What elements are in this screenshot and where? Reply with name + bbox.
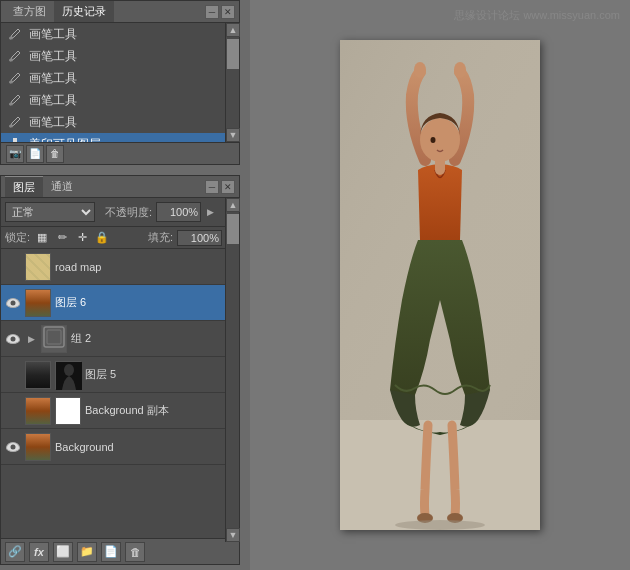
lock-row: 锁定: ▦ ✏ ✛ 🔒 填充: ▶ <box>1 227 239 249</box>
new-group-btn[interactable]: 📁 <box>77 542 97 562</box>
link-layers-btn[interactable]: 🔗 <box>5 542 25 562</box>
history-item-label: 画笔工具 <box>29 92 77 109</box>
layers-panel-tabs: 图层 通道 ─ ✕ <box>1 176 239 198</box>
canvas-image[interactable] <box>340 40 540 530</box>
layer-thumbnail <box>25 397 51 425</box>
layer-item-layer5[interactable]: 图层 5 <box>1 357 239 393</box>
lock-transparent-btn[interactable]: ▦ <box>34 230 50 246</box>
new-document-btn[interactable]: 📄 <box>26 145 44 163</box>
brush-icon <box>7 70 23 86</box>
delete-btn[interactable]: 🗑 <box>46 145 64 163</box>
tab-layers[interactable]: 图层 <box>5 176 43 197</box>
fill-input[interactable] <box>177 230 222 246</box>
layer-mask-thumbnail <box>55 361 81 389</box>
layer-name: road map <box>55 261 235 273</box>
history-item[interactable]: 画笔工具 <box>1 67 239 89</box>
layer-visibility-toggle[interactable] <box>5 403 21 419</box>
eye-icon <box>6 334 20 344</box>
close-btn[interactable]: ✕ <box>221 5 235 19</box>
eye-icon <box>6 298 20 308</box>
layer-item-layer6[interactable]: 图层 6 <box>1 285 239 321</box>
history-item-label: 画笔工具 <box>29 26 77 43</box>
layer-thumbnail <box>25 433 51 461</box>
minimize-btn[interactable]: ─ <box>205 180 219 194</box>
layer-name: 图层 5 <box>85 367 235 382</box>
svg-point-19 <box>431 137 436 143</box>
layer-item-bg-copy[interactable]: Background 副本 <box>1 393 239 429</box>
layer-visibility-toggle[interactable] <box>5 331 21 347</box>
layers-panel-controls: ─ ✕ <box>205 180 235 194</box>
svg-rect-13 <box>340 420 540 530</box>
layer-mask-thumbnail <box>55 397 81 425</box>
tab-chaofangtu[interactable]: 查方图 <box>5 1 54 22</box>
layers-bottom-bar: 🔗 fx ⬜ 📁 📄 🗑 <box>1 538 239 564</box>
lock-label: 锁定: <box>5 230 30 245</box>
layer-visibility-toggle[interactable] <box>5 295 21 311</box>
history-item[interactable]: 画笔工具 <box>1 89 239 111</box>
layers-scrollbar[interactable]: ▲ ▼ <box>225 198 239 542</box>
layer-name: 组 2 <box>71 331 235 346</box>
history-item[interactable]: 画笔工具 <box>1 111 239 133</box>
svg-point-22 <box>395 520 485 530</box>
history-scrollbar[interactable]: ▲ ▼ <box>225 23 239 142</box>
eye-icon <box>6 442 20 452</box>
new-layer-btn[interactable]: 📄 <box>101 542 121 562</box>
brush-icon <box>7 26 23 42</box>
brush-icon <box>7 48 23 64</box>
layer-name: Background 副本 <box>85 403 235 418</box>
layer-visibility-toggle[interactable] <box>5 367 21 383</box>
scroll-down-arrow[interactable]: ▼ <box>226 528 240 542</box>
canvas-area <box>250 0 630 570</box>
scroll-track <box>226 37 239 128</box>
close-btn[interactable]: ✕ <box>221 180 235 194</box>
scroll-thumb[interactable] <box>227 214 239 244</box>
svg-point-2 <box>9 81 13 84</box>
history-item-label: 画笔工具 <box>29 48 77 65</box>
brush-icon <box>7 114 23 130</box>
group-expand-icon[interactable]: ▶ <box>25 333 37 345</box>
tab-channels[interactable]: 通道 <box>43 176 81 197</box>
history-panel: 查方图 历史记录 ─ ✕ 画笔工具 画笔工具 <box>0 0 240 165</box>
fx-btn[interactable]: fx <box>29 542 49 562</box>
layers-list: road map 图层 6 ▶ 组 2 <box>1 249 239 534</box>
svg-point-3 <box>9 103 13 106</box>
opacity-input[interactable] <box>156 202 201 222</box>
layers-controls-row: 正常 不透明度: ▶ <box>1 198 239 227</box>
lock-all-btn[interactable]: 🔒 <box>94 230 110 246</box>
scroll-up-arrow[interactable]: ▲ <box>226 198 240 212</box>
svg-point-0 <box>9 37 13 40</box>
layer-item-group2[interactable]: ▶ 组 2 <box>1 321 239 357</box>
history-item-label: 画笔工具 <box>29 114 77 131</box>
layer-visibility-toggle[interactable] <box>5 259 21 275</box>
lock-paint-btn[interactable]: ✏ <box>54 230 70 246</box>
blend-mode-select[interactable]: 正常 <box>5 202 95 222</box>
scroll-down-arrow[interactable]: ▼ <box>226 128 240 142</box>
delete-layer-btn[interactable]: 🗑 <box>125 542 145 562</box>
new-snapshot-btn[interactable]: 📷 <box>6 145 24 163</box>
brush-icon <box>7 92 23 108</box>
scroll-thumb[interactable] <box>227 39 239 69</box>
history-panel-tabs: 查方图 历史记录 ─ ✕ <box>1 1 239 23</box>
layer-name: 图层 6 <box>55 295 235 310</box>
svg-point-1 <box>9 59 13 62</box>
tab-history[interactable]: 历史记录 <box>54 1 114 22</box>
layer-item-road-map[interactable]: road map <box>1 249 239 285</box>
layer-thumbnail <box>25 289 51 317</box>
layer-item-background[interactable]: Background 🔒 <box>1 429 239 465</box>
svg-point-11 <box>64 364 74 376</box>
layers-panel: 图层 通道 ─ ✕ 正常 不透明度: ▶ 锁定: ▦ ✏ ✛ 🔒 填充: ▶ <box>0 175 240 565</box>
history-list: 画笔工具 画笔工具 画笔工具 <box>1 23 239 143</box>
svg-point-18 <box>420 118 460 162</box>
scroll-track <box>226 212 239 528</box>
add-mask-btn[interactable]: ⬜ <box>53 542 73 562</box>
opacity-label: 不透明度: <box>105 205 152 220</box>
opacity-arrow-icon[interactable]: ▶ <box>207 207 214 217</box>
minimize-btn[interactable]: ─ <box>205 5 219 19</box>
layer-visibility-toggle[interactable] <box>5 439 21 455</box>
lock-position-btn[interactable]: ✛ <box>74 230 90 246</box>
history-item[interactable]: 画笔工具 <box>1 45 239 67</box>
history-item[interactable]: 画笔工具 <box>1 23 239 45</box>
layer-thumbnail <box>25 253 51 281</box>
scroll-up-arrow[interactable]: ▲ <box>226 23 240 37</box>
svg-rect-9 <box>47 330 61 344</box>
